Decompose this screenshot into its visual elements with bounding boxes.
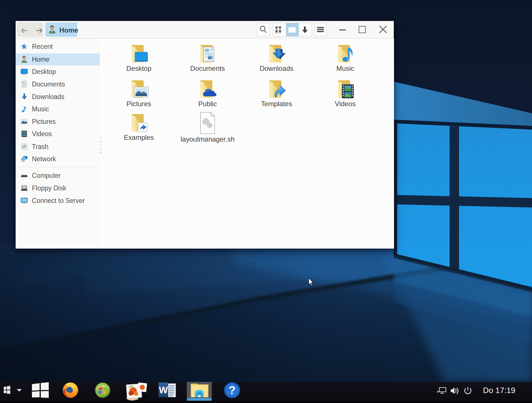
svg-text:W: W [159, 385, 168, 395]
svg-text:?: ? [229, 384, 235, 396]
